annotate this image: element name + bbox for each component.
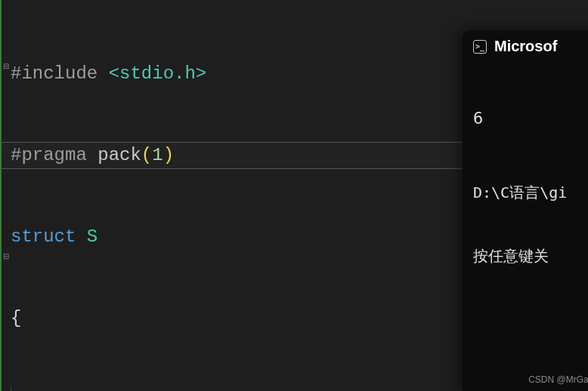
terminal-output[interactable]: 6 D:\C语言\gi 按任意键关 [463, 60, 588, 315]
watermark: CSDN @MrGaomq [528, 374, 588, 385]
program-path: D:\C语言\gi [473, 182, 588, 203]
fold-gutter[interactable]: ⊟ ⊟ [2, 0, 11, 391]
fold-toggle-icon[interactable]: ⊟ [3, 62, 9, 70]
terminal-window[interactable]: >_ Microsof 6 D:\C语言\gi 按任意键关 CSDN @MrGa… [463, 30, 588, 391]
fold-toggle-icon[interactable]: ⊟ [3, 252, 9, 260]
terminal-title: Microsof [494, 38, 557, 55]
terminal-titlebar[interactable]: >_ Microsof [463, 30, 588, 60]
type-name: S [87, 226, 97, 247]
keyword: struct [11, 226, 76, 247]
terminal-icon: >_ [473, 40, 487, 54]
include-path: <stdio.h> [109, 63, 207, 84]
program-output: 6 [473, 108, 588, 140]
preprocessor: #pragma [11, 145, 87, 165]
code-area[interactable]: #include <stdio.h> #pragma pack(1) struc… [11, 6, 413, 391]
press-any-key: 按任意键关 [473, 245, 588, 266]
preprocessor: #include [11, 63, 97, 84]
